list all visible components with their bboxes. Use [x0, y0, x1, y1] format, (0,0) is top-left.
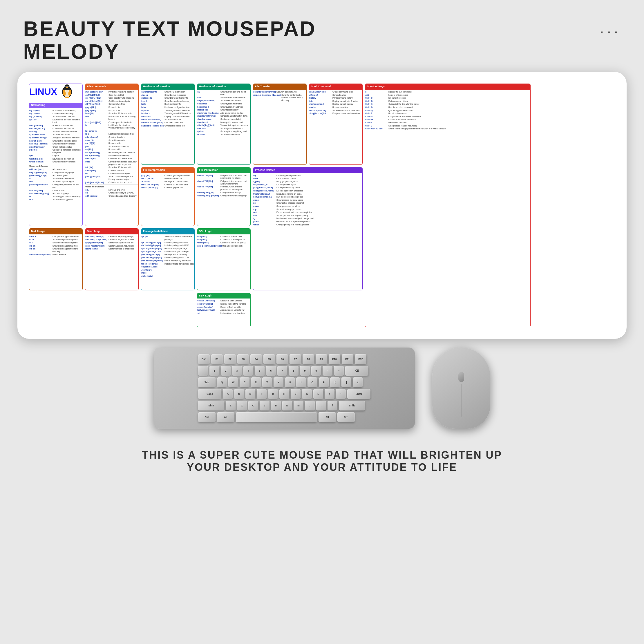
file-permission-header: File Permission	[197, 167, 250, 173]
networking-section: LINUX Networking dig -	[29, 84, 83, 226]
file-compression-body: gzip [file]Create a gz compressed file t…	[141, 173, 194, 189]
title-block: BEAUTY TEXT MOUSEPAD MELODY	[23, 17, 316, 63]
file-compression-header: File Compression	[141, 167, 194, 173]
hardware-info2-header: Hardware Information	[197, 84, 250, 90]
shell-command-header: Shell Command	[309, 84, 362, 90]
mouse	[432, 348, 490, 429]
ssh-login2-section: SSH Login declare [var]=[val]Declare a B…	[197, 293, 251, 328]
shortcut-keys-body: !!Repeat the last command exitLog out of…	[365, 90, 530, 130]
searching-section: Searching find [/loc] -name[x]List items…	[85, 228, 139, 290]
bottom-text-line1: THIS IS A SUPER CUTE MOUSE PAD THAT WILL…	[9, 449, 635, 461]
process-related-section: Process Related bgList background proces…	[253, 167, 363, 290]
ssh-login2-header: SSH Login	[197, 293, 250, 299]
hardware-info-body: cat/proc/cpuinfoShow CPU information dme…	[141, 90, 194, 127]
keyboard-area: Esc F1 F2 F3 F4 F5 F6 F7 F8 F9 F10 F11 F…	[17, 348, 627, 429]
mousepad-container: LINUX Networking dig -	[17, 72, 627, 339]
file-transfer-header: File Transfer	[253, 84, 306, 90]
file-permission-section: File Permission chmod 755 [file]Full per…	[197, 167, 251, 226]
file-commands-header: File commands	[85, 84, 138, 90]
file-permission-body: chmod 755 [file]Full permission to owner…	[197, 173, 250, 197]
searching-body: find [/loc] -name[x]List items beginning…	[85, 234, 138, 250]
package-install-header: Package Installation	[141, 229, 194, 234]
file-commands-body: awk '[pattern]{$q}'Print lines matching …	[85, 90, 138, 197]
hardware-info-section: Hardware Information cat/proc/cpuinfoSho…	[141, 84, 195, 165]
disk-usage-section: Disk Usage fdisk -lDisk partition types …	[29, 228, 83, 290]
ssh-login-section: SSH Login ssh [host]Connect to host as u…	[197, 228, 251, 290]
svg-point-7	[66, 87, 68, 88]
ssh-login2-body: declare [var]=[val]Declare a Bash variab…	[197, 299, 250, 314]
searching-header: Searching	[85, 229, 138, 234]
process-related-header: Process Related	[253, 167, 362, 173]
file-commands-section: File commands awk '[pattern]{$q}'Print l…	[85, 84, 139, 226]
shell-command-section: Shell Command alias[alias]=[cmd]Create c…	[309, 84, 363, 165]
disk-usage-header: Disk Usage	[29, 229, 82, 234]
file-compression-section: File Compression gzip [file]Create a gz …	[141, 167, 195, 226]
package-install-body: apt-getSearch for and install software p…	[141, 234, 194, 277]
hardware-info2-body: calShow current day and month date dateS…	[197, 90, 250, 136]
file-transfer-section: File Transfer scp [file.tx][server/tmp]S…	[253, 84, 307, 165]
bottom-text: THIS IS A SUPER CUTE MOUSE PAD THAT WILL…	[0, 440, 644, 482]
svg-point-6	[68, 86, 68, 87]
product-title-line1: BEAUTY TEXT MOUSEPAD	[23, 17, 316, 40]
hardware-info2-section: Hardware Information calShow current day…	[197, 84, 251, 165]
linux-title: LINUX	[29, 86, 57, 98]
svg-point-10	[65, 97, 67, 99]
tux-penguin-icon	[60, 84, 74, 100]
bottom-text-line2: YOUR DESKTOP AND YOUR ATTITUDE TO LIFE	[9, 461, 635, 473]
svg-point-5	[66, 86, 66, 87]
svg-point-11	[67, 97, 70, 99]
shortcut-keys-header: Shortcut Keys	[365, 84, 530, 90]
ssh-login-body: ssh [host]Connect to host as user ssh [h…	[197, 234, 250, 247]
ssh-login-header: SSH Login	[197, 229, 250, 234]
shell-command-body: alias[alias]=[cmd]Create command alias a…	[309, 90, 362, 115]
networking-body: dig -x[host]IP address reverse lookup di…	[29, 109, 82, 201]
keyboard: Esc F1 F2 F3 F4 F5 F6 F7 F8 F9 F10 F11 F…	[154, 348, 415, 429]
product-title-line2: MELODY	[23, 40, 316, 63]
shortcut-keys-section: Shortcut Keys !!Repeat the last command …	[365, 84, 531, 327]
cheatsheet-grid: LINUX Networking dig -	[29, 84, 615, 327]
top-bar: BEAUTY TEXT MOUSEPAD MELODY ...	[0, 0, 644, 72]
svg-point-2	[64, 84, 69, 89]
menu-dots[interactable]: ...	[599, 17, 621, 37]
process-related-body: bgList background processes clearClear t…	[253, 173, 362, 226]
file-transfer-body: scp [file.tx][server/tmp]Securely transf…	[253, 90, 306, 102]
package-install-section: Package Installation apt-getSearch for a…	[141, 228, 195, 290]
networking-header: Networking	[29, 103, 82, 108]
hardware-info-header: Hardware Information	[141, 84, 194, 90]
disk-usage-body: fdisk -lDisk partition types and sizes d…	[29, 234, 82, 256]
